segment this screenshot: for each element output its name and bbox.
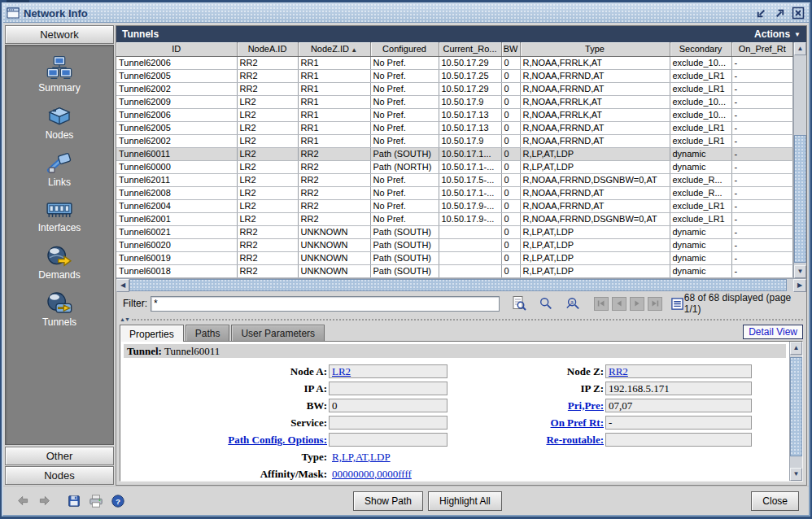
titlebar[interactable]: Network Info: [3, 4, 809, 23]
splitter-collapse-icon[interactable]: ▲▼: [120, 316, 129, 322]
table-row[interactable]: Tunnel60021RR2UNKNOWNPath (SOUTH)0R,LP,A…: [116, 225, 793, 238]
sidebar-item-summary[interactable]: Summary: [38, 55, 80, 94]
table-row[interactable]: Tunnel62005RR2RR1No Pref.10.50.17.250R,N…: [116, 69, 793, 82]
column-header-nodea-id[interactable]: NodeA.ID: [237, 42, 298, 56]
maximize-button[interactable]: [772, 6, 787, 20]
column-header-secondary[interactable]: Secondary: [670, 42, 731, 56]
column-header-type[interactable]: Type: [520, 42, 670, 56]
scroll-thumb[interactable]: [790, 357, 802, 456]
table-row[interactable]: Tunnel62005LR2RR1No Pref.10.50.17.130R,N…: [116, 121, 793, 134]
tab-user-parameters[interactable]: User Parameters: [231, 325, 325, 341]
table-cell: 0: [501, 264, 520, 277]
print-icon[interactable]: [89, 494, 103, 508]
table-row[interactable]: Tunnel62006RR2RR1No Pref.10.50.17.290R,N…: [116, 56, 793, 69]
tab-paths[interactable]: Paths: [186, 325, 230, 341]
table-row[interactable]: Tunnel60000LR2RR2Path (NORTH)10.50.17.1-…: [116, 160, 793, 173]
first-page-icon[interactable]: [594, 297, 609, 311]
minimize-button[interactable]: [753, 6, 768, 20]
save-icon[interactable]: [67, 494, 81, 508]
column-header-bw[interactable]: BW: [501, 42, 520, 56]
nodes-section-button[interactable]: Nodes: [5, 466, 114, 485]
property-value[interactable]: 00000000,0000ffff: [329, 468, 447, 481]
page-list-icon[interactable]: [670, 297, 684, 311]
property-value-link[interactable]: 00000000,0000ffff: [332, 468, 412, 480]
table-row[interactable]: Tunnel60011LR2RR2Path (SOUTH)10.50.17.1.…: [116, 147, 793, 160]
table-row[interactable]: Tunnel60018RR2UNKNOWNPath (SOUTH)0R,LP,A…: [116, 264, 793, 277]
back-icon[interactable]: [16, 494, 30, 508]
table-row[interactable]: Tunnel62002RR2RR1No Pref.10.50.17.290R,N…: [116, 82, 793, 95]
sidebar-item-tunnels[interactable]: Tunnels: [42, 291, 76, 328]
tunnels-icon: [46, 291, 72, 314]
close-window-button[interactable]: [791, 6, 805, 20]
table-row[interactable]: Tunnel62009LR2RR1No Pref.10.50.17.90R,NO…: [116, 95, 793, 108]
property-label[interactable]: Re-routable:: [456, 434, 604, 447]
sidebar-item-links[interactable]: Links: [46, 151, 72, 188]
previous-page-icon[interactable]: [612, 297, 626, 311]
column-header-on-pref-rt[interactable]: On_Pref_Rt: [731, 42, 793, 56]
show-path-button[interactable]: Show Path: [353, 491, 423, 511]
table-cell: R,LP,AT,LDP: [520, 251, 670, 264]
column-header-configured[interactable]: Configured: [370, 42, 439, 56]
scroll-down-icon[interactable]: ▼: [794, 265, 806, 278]
scroll-down-icon[interactable]: ▼: [790, 468, 802, 481]
property-label[interactable]: Path Config. Options:: [124, 434, 327, 447]
table-cell: LR2: [237, 108, 298, 121]
table-cell: [439, 251, 501, 264]
table-row[interactable]: Tunnel62011LR2RR2No Pref.10.50.17.5-...0…: [116, 173, 793, 186]
zoom-adjust-icon[interactable]: a: [565, 296, 581, 311]
table-row[interactable]: Tunnel60020RR2UNKNOWNPath (SOUTH)0R,LP,A…: [116, 238, 793, 251]
close-button[interactable]: Close: [751, 491, 799, 511]
forward-icon[interactable]: [37, 494, 51, 508]
table-row[interactable]: Tunnel62002LR2RR1No Pref.10.50.17.90R,NO…: [116, 134, 793, 147]
property-value-link[interactable]: R,LP,AT,LDP: [332, 451, 391, 463]
property-value[interactable]: RR2: [605, 364, 752, 378]
next-page-icon[interactable]: [630, 297, 644, 311]
other-section-button[interactable]: Other: [5, 447, 114, 465]
desktop-background: Network Info Network SummaryNodesLinksIn…: [0, 0, 812, 519]
property-value-link[interactable]: RR2: [609, 365, 628, 377]
tab-properties[interactable]: Properties: [120, 325, 184, 342]
sidebar-item-nodes[interactable]: Nodes: [46, 104, 74, 141]
scroll-track[interactable]: [790, 355, 802, 468]
splitter-handle[interactable]: ▲▼: [116, 316, 806, 323]
scroll-left-icon[interactable]: ◀: [116, 279, 129, 292]
property-value-link[interactable]: LR2: [332, 365, 351, 377]
detail-view-button[interactable]: Detail View: [743, 325, 803, 339]
table-cell: Path (SOUTH): [370, 264, 439, 277]
filter-bar: Filter: a: [116, 291, 806, 316]
table-row[interactable]: Tunnel62006LR2RR1No Pref.10.50.17.130R,N…: [116, 108, 793, 121]
scroll-up-icon[interactable]: ▲: [790, 342, 802, 355]
highlight-all-button[interactable]: Highlight All: [428, 491, 502, 511]
property-label[interactable]: Pri,Pre:: [456, 399, 604, 412]
column-header-id[interactable]: ID: [116, 42, 237, 56]
table-row[interactable]: Tunnel60019RR2UNKNOWNPath (SOUTH)0R,LP,A…: [116, 251, 793, 264]
sidebar-item-interfaces[interactable]: Interfaces: [38, 198, 81, 233]
table-cell: No Pref.: [370, 199, 439, 212]
network-section-button[interactable]: Network: [5, 25, 114, 44]
properties-scrollbar[interactable]: ▲ ▼: [789, 342, 802, 481]
property-value[interactable]: R,LP,AT,LDP: [329, 451, 447, 464]
scroll-thumb[interactable]: [129, 279, 787, 291]
property-label[interactable]: On Pref Rt:: [456, 417, 604, 430]
sidebar-item-demands[interactable]: Demands: [38, 244, 80, 281]
table-row[interactable]: Tunnel62001LR2RR2No Pref.10.50.17.9-...0…: [116, 212, 793, 225]
scroll-right-icon[interactable]: ▶: [793, 279, 806, 292]
table-cell: RR1: [298, 82, 370, 95]
scroll-track[interactable]: [794, 55, 806, 265]
zoom-in-icon[interactable]: [539, 296, 553, 311]
scroll-track[interactable]: [129, 279, 793, 291]
table-vertical-scrollbar[interactable]: ▲ ▼: [793, 42, 806, 278]
table-cell: -: [731, 82, 793, 95]
table-row[interactable]: Tunnel62004LR2RR2No Pref.10.50.17.9-...0…: [116, 199, 793, 212]
scroll-thumb[interactable]: [794, 135, 806, 263]
column-header-nodez-id[interactable]: NodeZ.ID ▲: [298, 42, 370, 56]
property-value[interactable]: LR2: [329, 364, 447, 378]
table-horizontal-scrollbar[interactable]: ◀ ▶: [116, 278, 806, 291]
filter-input[interactable]: [151, 296, 500, 312]
table-row[interactable]: Tunnel62008LR2RR2No Pref.10.50.17.1-...0…: [116, 186, 793, 199]
scroll-up-icon[interactable]: ▲: [794, 42, 806, 55]
actions-menu-button[interactable]: Actions ▼: [754, 28, 801, 40]
last-page-icon[interactable]: [648, 297, 662, 311]
column-header-current-ro-[interactable]: Current_Ro...: [439, 42, 501, 56]
find-in-table-icon[interactable]: [511, 295, 527, 312]
